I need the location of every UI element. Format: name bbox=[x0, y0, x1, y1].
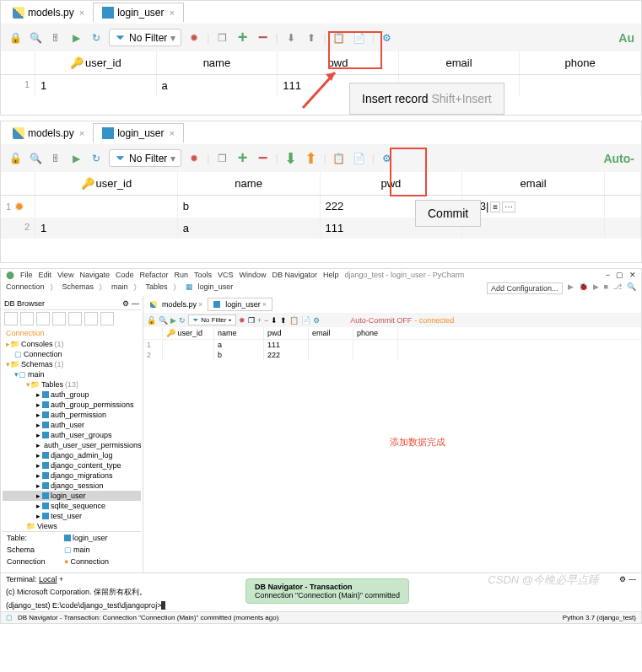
commit-button[interactable]: ⬇ bbox=[283, 151, 299, 166]
record-insert-before-icon[interactable]: ❐ bbox=[214, 151, 229, 166]
table-row[interactable]: 1 a 111 bbox=[143, 340, 641, 350]
col-pwd[interactable]: pwd bbox=[278, 51, 399, 74]
rollback-icon[interactable]: ⬆ bbox=[304, 30, 319, 46]
reload-icon[interactable]: ↻ bbox=[89, 151, 104, 166]
cell[interactable]: a bbox=[178, 218, 321, 239]
gear-icon[interactable]: ✹ bbox=[239, 316, 245, 325]
delete-record-button[interactable]: − bbox=[255, 151, 270, 166]
config-icon[interactable]: 🎚 bbox=[48, 30, 63, 46]
window-minimize[interactable]: − bbox=[606, 271, 610, 279]
tool-icon[interactable] bbox=[68, 312, 82, 325]
window-maximize[interactable]: ▢ bbox=[616, 271, 623, 279]
commit-notification[interactable]: DB Navigator - Transaction Connection "C… bbox=[245, 578, 409, 604]
run-icon[interactable]: ▶ bbox=[568, 282, 574, 294]
debug-icon[interactable]: 🐞 bbox=[579, 282, 588, 294]
copy-icon[interactable]: 📋 bbox=[332, 151, 347, 166]
crumb[interactable]: Connection bbox=[6, 282, 45, 294]
settings-icon[interactable]: ⚙ bbox=[380, 30, 395, 46]
terminal-add[interactable]: + bbox=[59, 575, 63, 583]
git-icon[interactable]: ⎇ bbox=[613, 282, 622, 294]
tool-icon[interactable] bbox=[100, 312, 114, 325]
tool-icon[interactable] bbox=[36, 312, 50, 325]
tree-consoles[interactable]: ▸📁 Consoles (1) bbox=[3, 339, 141, 349]
search-icon[interactable]: 🔍 bbox=[28, 151, 43, 166]
filter-dropdown[interactable]: ⏷ No Filter ▾ bbox=[188, 314, 236, 325]
settings-icon[interactable]: ⚙ bbox=[313, 316, 320, 325]
filter-dropdown[interactable]: ⏷ No Filter ▾ bbox=[109, 29, 181, 46]
menu-vcs[interactable]: VCS bbox=[218, 271, 234, 279]
lock-icon[interactable]: 🔒 bbox=[8, 30, 23, 46]
copy-icon[interactable]: 📋 bbox=[332, 30, 347, 46]
paste-icon[interactable]: 📄 bbox=[301, 316, 310, 325]
cell[interactable]: a bbox=[157, 75, 278, 96]
tab-login-user[interactable]: login_user × bbox=[93, 123, 184, 142]
tree-table-item[interactable]: ▸ django_content_type bbox=[3, 460, 141, 470]
menu-file[interactable]: File bbox=[20, 271, 33, 279]
gear-icon[interactable]: ✹ bbox=[186, 30, 202, 46]
tab-models-py[interactable]: models.py × bbox=[4, 3, 93, 22]
tree-table-item[interactable]: ▸ auth_group bbox=[3, 390, 141, 400]
add-config-button[interactable]: Add Configuration... bbox=[487, 282, 563, 294]
tab-login-user[interactable]: login_user × bbox=[93, 3, 184, 22]
tree-table-item[interactable]: ▸ django_session bbox=[3, 481, 141, 491]
tree-table-item[interactable]: ▸ auth_permission bbox=[3, 410, 141, 420]
record-insert-before-icon[interactable]: ❐ bbox=[214, 30, 229, 46]
status-python[interactable]: Python 3.7 (django_test) bbox=[563, 614, 636, 621]
table-row[interactable]: 1 1 a 111 bbox=[1, 75, 641, 96]
menu-view[interactable]: View bbox=[57, 271, 73, 279]
play-icon[interactable]: ▶ bbox=[68, 151, 84, 166]
rollback-icon[interactable]: ⬆ bbox=[280, 316, 287, 325]
paste-icon[interactable]: 📄 bbox=[352, 151, 367, 166]
close-icon[interactable]: × bbox=[170, 128, 175, 138]
col-pwd[interactable]: pwd bbox=[264, 327, 309, 339]
tree-table-item[interactable]: ▸ django_migrations bbox=[3, 470, 141, 481]
col-phone[interactable]: phone bbox=[520, 51, 641, 74]
tab-models-py[interactable]: models.py × bbox=[4, 123, 93, 142]
commit-icon[interactable]: ⬇ bbox=[283, 30, 299, 46]
cell[interactable]: b bbox=[178, 196, 321, 218]
menu-edit[interactable]: Edit bbox=[39, 271, 52, 279]
tree-connection[interactable]: ▢ Connection bbox=[3, 349, 141, 359]
stop-icon[interactable]: ■ bbox=[604, 282, 608, 294]
col-pwd[interactable]: pwd bbox=[321, 172, 463, 195]
insert-icon[interactable]: ❐ bbox=[248, 316, 255, 325]
menu-window[interactable]: Window bbox=[240, 271, 267, 279]
cell[interactable] bbox=[462, 218, 605, 239]
cell[interactable]: 1 bbox=[35, 218, 178, 239]
commit-icon[interactable]: ⬇ bbox=[271, 316, 278, 325]
search-everywhere-icon[interactable]: 🔍 bbox=[627, 282, 636, 294]
cell-email-editing[interactable]: 123|≡⋯ bbox=[462, 196, 605, 218]
col-user-id[interactable]: 🔑user_id bbox=[35, 51, 157, 74]
col-name[interactable]: name bbox=[157, 51, 278, 74]
col-email[interactable]: email bbox=[399, 51, 521, 74]
col-user-id[interactable]: 🔑user_id bbox=[35, 172, 178, 195]
table-row[interactable]: 1✹ b 222 123|≡⋯ bbox=[1, 196, 641, 218]
tree-table-item[interactable]: ▸ sqlite_sequence bbox=[3, 501, 141, 511]
menu-run[interactable]: Run bbox=[174, 271, 188, 279]
crumb[interactable]: Tables bbox=[146, 282, 168, 294]
col-phone[interactable]: phone bbox=[353, 327, 398, 339]
crumb[interactable]: Schemas bbox=[62, 282, 94, 294]
tool-icon[interactable] bbox=[20, 312, 34, 325]
cell[interactable] bbox=[520, 75, 641, 96]
cell[interactable] bbox=[35, 196, 178, 218]
plus-icon[interactable]: + bbox=[257, 316, 262, 325]
play-icon[interactable]: ▶ bbox=[170, 316, 176, 325]
col-email[interactable]: email bbox=[309, 327, 353, 339]
close-icon[interactable]: × bbox=[170, 8, 175, 18]
cell-more-icon[interactable]: ⋯ bbox=[502, 202, 515, 212]
reload-icon[interactable]: ↻ bbox=[89, 30, 104, 46]
tree-table-item[interactable]: ▸ auth_user_groups bbox=[3, 430, 141, 440]
tool-icon[interactable] bbox=[84, 312, 98, 325]
lock-icon[interactable]: 🔓 bbox=[147, 316, 156, 325]
insert-record-button[interactable]: + bbox=[235, 151, 250, 166]
play-icon[interactable]: ▶ bbox=[68, 30, 84, 46]
tree-main[interactable]: ▾▢ main bbox=[3, 369, 141, 379]
tree-views[interactable]: 📁 Views bbox=[3, 521, 141, 531]
menu-refactor[interactable]: Refactor bbox=[139, 271, 168, 279]
tree-schemas[interactable]: ▾📁 Schemas (1) bbox=[3, 359, 141, 369]
menu-tools[interactable]: Tools bbox=[194, 271, 212, 279]
tree-table-item[interactable]: ▸ django_admin_log bbox=[3, 450, 141, 460]
table-row[interactable]: 2 b 222 bbox=[143, 350, 641, 360]
cell-details-icon[interactable]: ≡ bbox=[490, 202, 500, 212]
